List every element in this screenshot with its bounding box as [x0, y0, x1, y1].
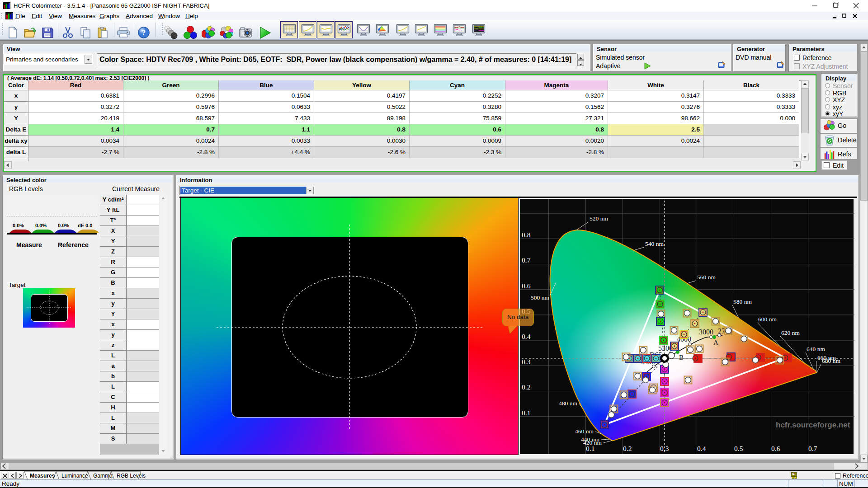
svg-text:0.3: 0.3: [660, 445, 669, 452]
svg-text:480 nm: 480 nm: [559, 400, 577, 407]
svg-text:0.4: 0.4: [697, 445, 706, 452]
svg-text:0.7: 0.7: [808, 445, 817, 452]
svg-text:0.6: 0.6: [522, 282, 531, 290]
svg-text:hcfr.sourceforge.net: hcfr.sourceforge.net: [776, 421, 850, 429]
svg-text:680 nm: 680 nm: [822, 357, 840, 364]
svg-text:A: A: [713, 339, 718, 346]
svg-text:?: ?: [142, 28, 146, 37]
svg-text:0.3: 0.3: [522, 358, 531, 366]
svg-text:3000: 3000: [699, 328, 713, 336]
svg-text:0.1: 0.1: [522, 409, 530, 417]
svg-text:620 nm: 620 nm: [781, 329, 800, 336]
svg-text:460 nm: 460 nm: [575, 428, 594, 435]
svg-text:0.4: 0.4: [522, 333, 531, 340]
svg-text:600 nm: 600 nm: [758, 316, 777, 323]
svg-text:B: B: [679, 354, 684, 361]
svg-text:0.1: 0.1: [586, 445, 594, 452]
svg-text:500 nm: 500 nm: [531, 294, 549, 301]
svg-text:560 nm: 560 nm: [697, 274, 716, 281]
svg-text:0.7: 0.7: [522, 256, 531, 264]
svg-text:0.2: 0.2: [623, 445, 632, 452]
svg-text:0.8: 0.8: [522, 231, 531, 239]
svg-text:0.6: 0.6: [771, 445, 780, 452]
svg-text:640 nm: 640 nm: [807, 346, 825, 352]
svg-text:540 nm: 540 nm: [645, 240, 664, 247]
svg-text:520 nm: 520 nm: [590, 215, 608, 222]
svg-text:0.2: 0.2: [522, 383, 530, 391]
svg-text:580 nm: 580 nm: [733, 298, 752, 305]
svg-text:0.5: 0.5: [734, 445, 743, 452]
